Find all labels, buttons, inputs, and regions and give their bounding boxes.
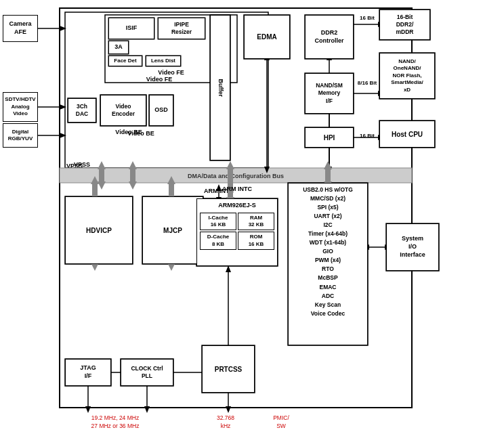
host-cpu-block: Host CPU: [379, 121, 435, 148]
hdvicp-block: HDVICP: [65, 196, 133, 264]
face-det-block: Face Det: [108, 56, 142, 66]
svg-marker-58: [327, 167, 332, 173]
clock-ctrl-block: CLOCK CtrlPLL: [121, 359, 173, 386]
svg-marker-46: [60, 133, 66, 138]
svg-marker-70: [226, 161, 234, 169]
edma-block: EDMA: [244, 15, 290, 59]
peripherals-block: USB2.0 HS w/OTG MMC/SD (x2) SPI (x5) UAR…: [288, 183, 368, 345]
freq3-label: PMIC/SW: [264, 414, 298, 431]
nand-sm-block: NAND/SMMemoryI/F: [305, 73, 354, 114]
svg-marker-43: [60, 104, 66, 110]
system-io-block: SystemI/OInterface: [386, 223, 439, 271]
diagram-container: Video FE Video BE VPSS Buffer DMA/Data a…: [0, 0, 504, 432]
3ch-dac-block: 3ChDAC: [68, 98, 96, 123]
arm926-block: ARM926EJ-S I-Cache16 KB RAM32 KB D-Cache…: [196, 198, 278, 266]
svg-marker-91: [226, 265, 231, 272]
buffer-block: Buffer: [210, 15, 230, 160]
freq1-label: 19.2 MHz, 24 MHz27 MHz or 36 MHz: [68, 414, 163, 431]
bit-816-label: 8/16 Bit: [355, 80, 379, 86]
svg-marker-67: [129, 161, 137, 169]
video-encoder-block: VideoEncoder: [100, 95, 146, 126]
vpss-label: VPSS: [65, 161, 99, 168]
sdtv-hdtv-block: SDTV/HDTVAnalog Video: [3, 92, 38, 122]
ddr2-mddr-block: 16-BitDDR2/mDDR: [379, 9, 430, 40]
svg-text:DMA/Data and Configuration Bus: DMA/Data and Configuration Bus: [188, 173, 284, 179]
svg-text:Video FE: Video FE: [146, 76, 172, 83]
bit-16-label-ddr2: 16 Bit: [355, 15, 379, 21]
svg-marker-72: [91, 176, 99, 184]
ipipe-resizer-block: IPIPEResizer: [158, 18, 205, 39]
prtcss-block: PRTCSS: [202, 345, 255, 393]
jtag-block: JTAGI/F: [65, 359, 111, 386]
camera-afe-block: CameraAFE: [3, 15, 38, 42]
isif-block: ISIF: [108, 18, 154, 39]
hpi-block: HPI: [305, 127, 354, 148]
svg-rect-23: [60, 168, 412, 183]
freq2-label: 32.768kHz: [202, 414, 249, 431]
osd-block: OSD: [149, 95, 173, 126]
svg-marker-63: [98, 181, 106, 190]
nand-flash-block: NAND/OneNAND/NOR Flash,SmartMedia/xD: [379, 53, 435, 99]
svg-marker-78: [324, 161, 332, 169]
svg-marker-88: [226, 406, 231, 413]
svg-marker-55: [264, 167, 270, 173]
arm-intc-label: ARM INTC: [196, 186, 278, 192]
svg-marker-75: [167, 176, 175, 184]
ddr2-ctrl-block: DDR2Controller: [305, 15, 354, 59]
svg-marker-84: [85, 406, 91, 413]
svg-marker-66: [129, 181, 137, 190]
3a-block: 3A: [108, 41, 129, 54]
bit-16-label-hpi: 16 Bit: [355, 133, 379, 139]
lens-dist-block: Lens Dist: [146, 56, 181, 66]
digital-rgb-block: DigitalRGB/YUV: [3, 123, 38, 148]
video-be-label: Video BE: [100, 130, 182, 137]
svg-marker-86: [144, 406, 150, 413]
svg-marker-40: [60, 26, 66, 31]
mjcp-block: MJCP: [142, 196, 203, 264]
